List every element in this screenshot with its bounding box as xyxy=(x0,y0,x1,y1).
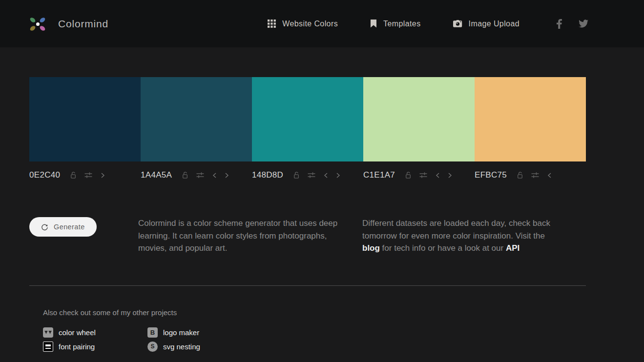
brand[interactable]: Colormind xyxy=(28,14,108,34)
grid-icon xyxy=(268,20,276,28)
project-label: font pairing xyxy=(59,342,95,351)
nav-label: Website Colors xyxy=(282,20,338,28)
facebook-icon[interactable] xyxy=(557,19,562,29)
camera-icon xyxy=(453,20,462,28)
logo-dot-blue xyxy=(39,17,46,23)
swatch-4[interactable] xyxy=(363,77,475,161)
chevron-left-icon[interactable] xyxy=(436,173,439,178)
chevron-left-icon[interactable] xyxy=(548,173,551,178)
project-font-pairing[interactable]: font pairing xyxy=(43,340,147,354)
generate-button[interactable]: Generate xyxy=(29,217,97,237)
font-pairing-icon xyxy=(43,342,53,352)
datasets-text-1: Different datasets are loaded each day, … xyxy=(362,219,550,241)
logo-dot-olive xyxy=(29,25,36,32)
lock-icon[interactable] xyxy=(293,171,300,179)
swatch-5[interactable] xyxy=(475,77,586,161)
generate-column: Generate xyxy=(29,217,138,255)
swatch-2[interactable] xyxy=(141,77,252,161)
section-divider xyxy=(29,285,586,286)
other-projects-heading: Also check out some of my other projects xyxy=(43,308,586,317)
header: Colormind Website Colors Templates xyxy=(0,0,644,47)
logo-dot-green xyxy=(29,17,36,23)
intro-paragraph: Colormind is a color scheme generator th… xyxy=(138,217,345,255)
social-links xyxy=(557,19,588,29)
nav-website-colors[interactable]: Website Colors xyxy=(268,20,338,28)
chevron-left-icon[interactable] xyxy=(324,173,328,178)
bookmark-icon xyxy=(370,20,377,28)
swatch-controls-1: 0E2C40 xyxy=(29,161,141,189)
hex-code: C1E1A7 xyxy=(363,170,395,180)
datasets-text-2: for tech info or have a look at our xyxy=(380,243,506,253)
datasets-paragraph: Different datasets are loaded each day, … xyxy=(362,217,558,255)
logo-dot-pink xyxy=(39,25,46,32)
swatch-controls-row: 0E2C40 1A4A5A xyxy=(29,161,586,189)
adjust-sliders-icon[interactable] xyxy=(531,172,539,179)
svg-nesting-icon: S xyxy=(147,342,158,352)
color-wheel-icon xyxy=(43,327,53,338)
logo-dot-center xyxy=(36,22,40,26)
swatch-controls-4: C1E1A7 xyxy=(363,161,475,189)
blog-link[interactable]: blog xyxy=(362,243,380,253)
project-label: color wheel xyxy=(59,328,96,337)
nav-label: Templates xyxy=(383,20,421,28)
api-link[interactable]: API xyxy=(506,243,519,253)
swatch-1[interactable] xyxy=(29,77,141,161)
color-palette xyxy=(29,77,586,161)
font-pairing-bar xyxy=(45,344,51,346)
nav-label: Image Upload xyxy=(469,20,519,28)
lock-icon[interactable] xyxy=(182,171,188,179)
datasets-column: Different datasets are loaded each day, … xyxy=(362,217,558,255)
logo-maker-icon: B xyxy=(147,327,158,338)
brand-name: Colormind xyxy=(58,18,108,30)
main-content: 0E2C40 1A4A5A xyxy=(29,77,586,354)
hex-code: 0E2C40 xyxy=(29,170,60,180)
generate-label: Generate xyxy=(54,223,85,231)
hex-code: 148D8D xyxy=(252,170,283,180)
swatch-3[interactable] xyxy=(252,77,363,161)
project-label: logo maker xyxy=(163,328,199,337)
projects-list: color wheel font pairing B logo maker S … xyxy=(43,325,586,354)
lock-icon[interactable] xyxy=(70,171,77,179)
nav-templates[interactable]: Templates xyxy=(370,20,421,28)
intro-column: Colormind is a color scheme generator th… xyxy=(138,217,362,255)
lock-icon[interactable] xyxy=(517,171,523,179)
hex-code: 1A4A5A xyxy=(141,170,172,180)
adjust-sliders-icon[interactable] xyxy=(84,172,92,179)
hex-code: EFBC75 xyxy=(475,170,507,180)
adjust-sliders-icon[interactable] xyxy=(419,172,427,179)
project-logo-maker[interactable]: B logo maker xyxy=(147,325,586,340)
nav-image-upload[interactable]: Image Upload xyxy=(453,20,519,28)
chevron-left-icon[interactable] xyxy=(213,173,216,178)
twitter-icon[interactable] xyxy=(579,20,588,28)
other-projects-section: Also check out some of my other projects… xyxy=(29,308,586,354)
chevron-right-icon[interactable] xyxy=(448,173,452,178)
chevron-right-icon[interactable] xyxy=(225,173,229,178)
swatch-controls-3: 148D8D xyxy=(252,161,363,189)
font-pairing-bar xyxy=(45,348,51,349)
refresh-icon xyxy=(41,223,48,231)
swatch-controls-2: 1A4A5A xyxy=(141,161,252,189)
adjust-sliders-icon[interactable] xyxy=(308,172,315,179)
adjust-sliders-icon[interactable] xyxy=(196,172,204,179)
project-svg-nesting[interactable]: S svg nesting xyxy=(147,340,586,354)
project-color-wheel[interactable]: color wheel xyxy=(43,325,147,340)
project-label: svg nesting xyxy=(163,342,200,351)
swatch-controls-5: EFBC75 xyxy=(475,161,586,189)
main-nav: Website Colors Templates Image Upload xyxy=(268,20,519,28)
about-section: Generate Colormind is a color scheme gen… xyxy=(29,217,586,255)
colormind-logo-icon xyxy=(28,14,47,34)
chevron-right-icon[interactable] xyxy=(336,173,340,178)
chevron-right-icon[interactable] xyxy=(101,173,104,178)
lock-icon[interactable] xyxy=(405,171,412,179)
